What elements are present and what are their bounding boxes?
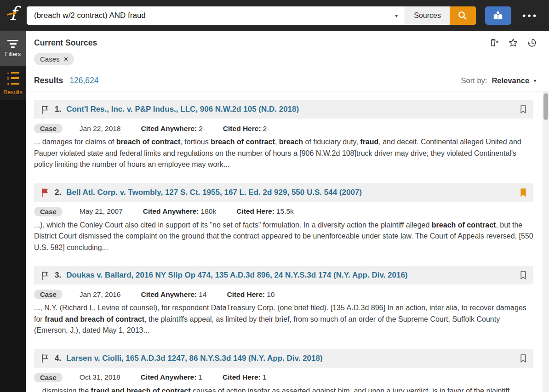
result-title-link[interactable]: Doukas v. Ballard, 2016 NY Slip Op 474, … [66, 271, 407, 280]
result-date: Oct 31, 2018 [80, 373, 120, 381]
search-input[interactable] [27, 6, 405, 25]
clear-list-icon[interactable] [489, 38, 499, 48]
current-sources-section: Current Sources [26, 31, 549, 70]
flag-icon[interactable] [40, 353, 49, 363]
results-heading: Results [34, 76, 63, 85]
flag-icon[interactable] [40, 187, 49, 197]
main-panel: Current Sources [26, 31, 549, 392]
result-date: Jan 22, 2018 [80, 125, 121, 133]
result-snippet: ..., N.Y. (Richard L. Levine of counsel)… [34, 302, 533, 336]
sidebar-item-filters[interactable]: Filters [0, 31, 26, 66]
case-type-badge: Case [34, 124, 63, 133]
result-title-link[interactable]: Bell Atl. Corp. v. Twombly, 127 S. Ct. 1… [66, 188, 362, 197]
cited-here: Cited Here:2 [223, 125, 267, 133]
result-header-row: 4. Larsen v. Ciolli, 165 A.D.3d 1247, 86… [34, 349, 533, 368]
numbered-list-icon: 1 2 3 [7, 71, 19, 86]
sort-by-label: Sort by: [461, 76, 487, 85]
result-date: Jan 27, 2016 [80, 290, 121, 299]
cited-anywhere: Cited Anywhere:2 [141, 125, 203, 133]
bookmark-icon[interactable] [515, 188, 527, 197]
result-meta-row: Case Jan 27, 2016 Cited Anywhere:14 Cite… [34, 290, 533, 299]
result-snippet: ... dismissing the fraud and breach of c… [34, 386, 533, 392]
library-button[interactable] [485, 6, 511, 25]
search-icon [457, 10, 468, 21]
cited-here: Cited Here:10 [227, 290, 274, 299]
bookmark-icon[interactable] [515, 105, 527, 114]
results-label: Results [3, 89, 23, 96]
scrollbar-thumb[interactable] [543, 93, 548, 120]
result-number: 2. [55, 188, 61, 197]
cited-anywhere: Cited Anywhere:14 [141, 290, 207, 299]
result-title-link[interactable]: Cont'l Res., Inc. v. P&P Indus., LLC, 90… [66, 105, 299, 114]
result-meta-row: Case Oct 31, 2018 Cited Anywhere:1 Cited… [34, 373, 533, 382]
sources-button[interactable]: Sources [405, 6, 450, 25]
chip-label: Cases [40, 55, 60, 63]
reader-book-icon [492, 10, 504, 22]
results-list: 1. Cont'l Res., Inc. v. P&P Indus., LLC,… [26, 91, 549, 392]
scrollbar-track[interactable] [543, 91, 549, 392]
flag-icon[interactable] [40, 105, 49, 114]
result-header-row: 1. Cont'l Res., Inc. v. P&P Indus., LLC,… [34, 100, 533, 119]
search-pill: ▼ Sources [27, 6, 476, 25]
case-type-badge: Case [34, 290, 63, 299]
search-button[interactable] [450, 6, 476, 25]
fastcase-logo[interactable]: f [0, 0, 27, 31]
top-bar: f ▼ Sources ••• [0, 0, 549, 31]
flag-icon[interactable] [40, 271, 49, 280]
overflow-menu-button[interactable]: ••• [522, 10, 538, 21]
bookmark-icon[interactable] [515, 354, 527, 363]
result-card: 3. Doukas v. Ballard, 2016 NY Slip Op 47… [34, 266, 533, 336]
result-header-row: 2. Bell Atl. Corp. v. Twombly, 127 S. Ct… [34, 183, 533, 202]
result-card: 1. Cont'l Res., Inc. v. P&P Indus., LLC,… [34, 100, 533, 170]
left-sidebar: Filters 1 2 3 Results [0, 31, 26, 392]
search-box: ▼ [27, 6, 405, 25]
history-icon[interactable] [527, 38, 537, 48]
cited-here: Cited Here:1 [223, 373, 266, 381]
bookmark-icon[interactable] [515, 271, 527, 280]
result-meta-row: Case May 21, 2007 Cited Anywhere:180k Ci… [34, 207, 533, 216]
filters-label: Filters [5, 51, 21, 57]
filter-icon [7, 40, 18, 48]
result-title-link[interactable]: Larsen v. Ciolli, 165 A.D.3d 1247, 86 N.… [66, 354, 322, 363]
result-date: May 21, 2007 [80, 207, 123, 216]
sort-dropdown[interactable]: Sort by: Relevance ▼ [461, 76, 537, 85]
case-type-badge: Case [34, 207, 63, 216]
results-count: 126,624 [69, 76, 98, 85]
sidebar-item-results[interactable]: 1 2 3 Results [0, 66, 26, 100]
result-card: 4. Larsen v. Ciolli, 165 A.D.3d 1247, 86… [34, 349, 533, 392]
chip-close-icon[interactable]: × [64, 55, 69, 63]
result-number: 1. [55, 105, 61, 114]
result-card: 2. Bell Atl. Corp. v. Twombly, 127 S. Ct… [34, 183, 533, 254]
cited-here: Cited Here:15.5k [236, 207, 294, 216]
result-header-row: 3. Doukas v. Ballard, 2016 NY Slip Op 47… [34, 266, 533, 284]
result-snippet: ... damages for claims of breach of cont… [34, 136, 533, 170]
result-snippet: ...), which the Conley Court also cited … [34, 220, 533, 254]
app-body: Filters 1 2 3 Results Current Sources [0, 31, 549, 392]
sort-value: Relevance [492, 76, 529, 85]
case-type-badge: Case [34, 373, 63, 382]
source-chip-cases[interactable]: Cases × [34, 53, 74, 65]
cited-anywhere: Cited Anywhere:1 [141, 373, 202, 381]
cited-anywhere: Cited Anywhere:180k [143, 207, 216, 216]
result-number: 4. [55, 354, 61, 363]
current-sources-title: Current Sources [34, 38, 97, 48]
search-dropdown-caret-icon[interactable]: ▼ [394, 13, 399, 18]
result-number: 3. [55, 271, 61, 280]
favorite-star-icon[interactable] [508, 38, 518, 48]
result-meta-row: Case Jan 22, 2018 Cited Anywhere:2 Cited… [34, 124, 533, 133]
results-bar: Results 126,624 Sort by: Relevance ▼ [26, 70, 549, 91]
sort-caret-icon: ▼ [533, 79, 537, 83]
